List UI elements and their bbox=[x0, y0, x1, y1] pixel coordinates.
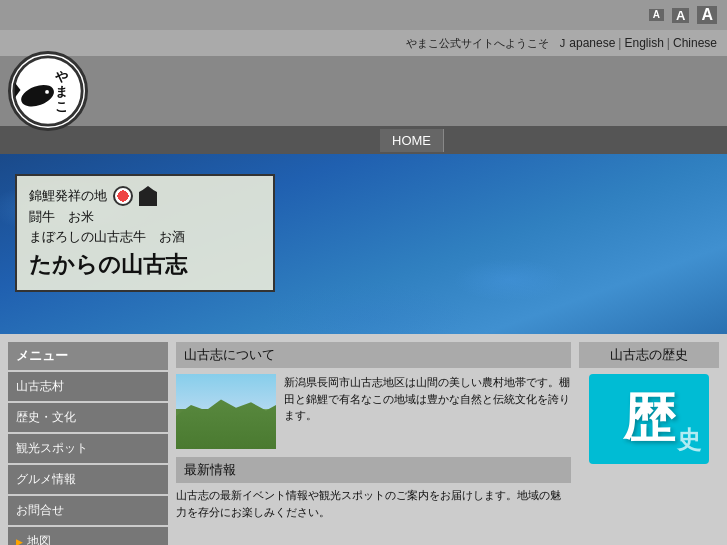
hero-banner: 錦鯉発祥の地 闘牛 お米 まぼろしの山古志牛 お酒 たからの山古志 bbox=[0, 154, 727, 334]
lang-sep-2: | bbox=[667, 36, 670, 50]
middle-section2: 最新情報 山古志の最新イベント情報や観光スポットのご案内をお届けします。地域の魅… bbox=[176, 457, 571, 520]
sidebar-item-label: 山古志村 bbox=[16, 378, 64, 395]
font-small-button[interactable]: A bbox=[649, 9, 664, 21]
middle-image bbox=[176, 374, 276, 449]
main-content: メニュー 山古志村 歴史・文化 観光スポット グルメ情報 お問合せ 地図 山古志… bbox=[0, 334, 727, 545]
font-medium-button[interactable]: A bbox=[672, 8, 689, 23]
sidebar-item-sightseeing[interactable]: 観光スポット bbox=[8, 434, 168, 463]
sidebar: メニュー 山古志村 歴史・文化 観光スポット グルメ情報 お問合せ 地図 bbox=[8, 342, 168, 545]
hero-line1-text: 錦鯉発祥の地 bbox=[29, 187, 107, 205]
ushi-icon bbox=[139, 186, 157, 206]
hills-decoration bbox=[176, 394, 276, 449]
top-bar: A A A bbox=[0, 0, 727, 30]
sidebar-item-map[interactable]: 地図 bbox=[8, 527, 168, 545]
sidebar-item-contact[interactable]: お問合せ bbox=[8, 496, 168, 525]
logo[interactable]: や ま こ bbox=[8, 51, 88, 131]
sidebar-title: メニュー bbox=[8, 342, 168, 370]
site-name-text: やまこ公式サイトへようこそ J bbox=[406, 36, 566, 51]
hero-big-text: たからの山古志 bbox=[29, 250, 261, 280]
right-panel: 山古志の歴史 歴 史 bbox=[579, 342, 719, 545]
lang-sep-1: | bbox=[618, 36, 621, 50]
hero-box: 錦鯉発祥の地 闘牛 お米 まぼろしの山古志牛 お酒 たからの山古志 bbox=[15, 174, 275, 292]
nav-bar: HOME bbox=[0, 126, 727, 154]
svg-text:ま: ま bbox=[55, 84, 68, 99]
hero-line1: 錦鯉発祥の地 bbox=[29, 186, 261, 206]
hero-line3: まぼろしの山古志牛 お酒 bbox=[29, 228, 261, 246]
kanji-sub-char: 史 bbox=[677, 424, 701, 456]
sidebar-item-label: 観光スポット bbox=[16, 440, 88, 457]
hero-line2: 闘牛 お米 bbox=[29, 208, 261, 226]
middle-section1-text: 新潟県長岡市山古志地区は山間の美しい農村地帯です。棚田と錦鯉で有名なこの地域は豊… bbox=[284, 374, 571, 449]
svg-text:こ: こ bbox=[55, 99, 68, 114]
middle-section2-text: 山古志の最新イベント情報や観光スポットのご案内をお届けします。地域の魅力を存分に… bbox=[176, 487, 571, 520]
lang-chinese-link[interactable]: Chinese bbox=[673, 36, 717, 50]
middle-text-para1: 新潟県長岡市山古志地区は山間の美しい農村地帯です。棚田と錦鯉で有名なこの地域は豊… bbox=[284, 374, 571, 424]
sidebar-item-yamakoshi[interactable]: 山古志村 bbox=[8, 372, 168, 401]
sidebar-item-history[interactable]: 歴史・文化 bbox=[8, 403, 168, 432]
koi-icon bbox=[113, 186, 133, 206]
lang-japanese-link[interactable]: apanese bbox=[569, 36, 615, 50]
sidebar-item-gourmet[interactable]: グルメ情報 bbox=[8, 465, 168, 494]
logo-svg: や ま こ bbox=[11, 52, 85, 130]
svg-point-3 bbox=[45, 90, 49, 94]
lang-english-link[interactable]: English bbox=[624, 36, 663, 50]
right-kanji-box[interactable]: 歴 史 bbox=[589, 374, 709, 464]
kanji-main-char: 歴 bbox=[623, 384, 675, 454]
svg-text:や: や bbox=[54, 69, 68, 84]
language-bar: やまこ公式サイトへようこそ J apanese | English | Chin… bbox=[0, 30, 727, 56]
home-nav-link[interactable]: HOME bbox=[380, 129, 444, 152]
middle-section1-title: 山古志について bbox=[176, 342, 571, 368]
middle-panel: 山古志について 新潟県長岡市山古志地区は山間の美しい農村地帯です。棚田と錦鯉で有… bbox=[176, 342, 571, 545]
font-large-button[interactable]: A bbox=[697, 6, 717, 24]
header: や ま こ bbox=[0, 56, 727, 126]
middle-section2-title: 最新情報 bbox=[176, 457, 571, 483]
sidebar-item-label: 地図 bbox=[27, 533, 51, 545]
middle-section1-content: 新潟県長岡市山古志地区は山間の美しい農村地帯です。棚田と錦鯉で有名なこの地域は豊… bbox=[176, 374, 571, 449]
sidebar-item-label: お問合せ bbox=[16, 502, 64, 519]
right-panel-title: 山古志の歴史 bbox=[579, 342, 719, 368]
sidebar-item-label: グルメ情報 bbox=[16, 471, 76, 488]
sidebar-item-label: 歴史・文化 bbox=[16, 409, 76, 426]
